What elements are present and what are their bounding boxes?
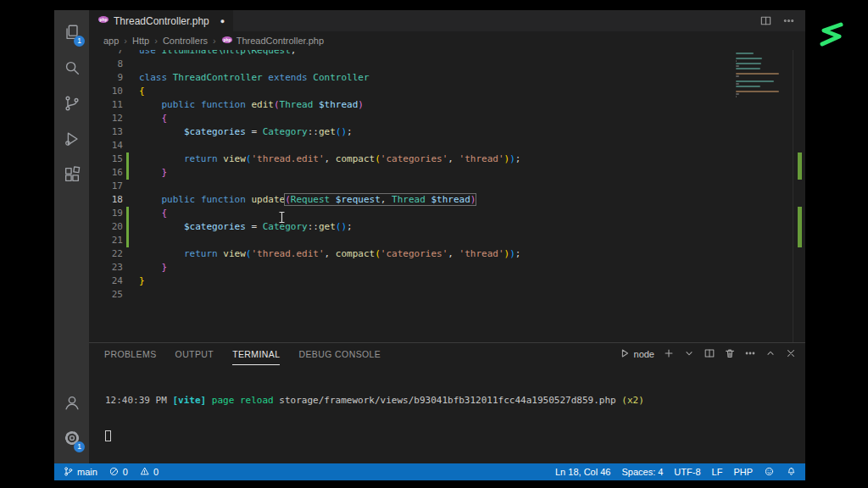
activity-search-button[interactable] [54, 51, 89, 86]
code-line[interactable]: 16 } [89, 166, 729, 180]
terminal-profile-button[interactable]: node [619, 347, 654, 362]
panel-tab-problems[interactable]: PROBLEMS [104, 343, 157, 365]
line-content: $categories = Category::get(); [139, 220, 353, 234]
play-icon [619, 347, 631, 362]
code-lines: 7use Illuminate\Http\Request;89class Thr… [89, 50, 729, 302]
status-encoding[interactable]: UTF-8 [674, 467, 700, 477]
code-line[interactable]: 23 } [89, 261, 729, 274]
status-left: main00 [63, 466, 159, 479]
source-control-icon [63, 94, 81, 115]
breadcrumb-item[interactable]: app [103, 36, 119, 46]
git-gutter [123, 139, 139, 152]
code-line[interactable]: 9class ThreadController extends Controll… [89, 71, 729, 85]
status-bar: main00 Ln 18, Col 46Spaces: 4UTF-8LFPHP [54, 463, 805, 480]
git-gutter [123, 274, 139, 288]
line-number: 11 [89, 98, 123, 112]
split-terminal-button[interactable] [704, 347, 715, 362]
line-number: 14 [89, 139, 123, 152]
terminal-profiles-dropdown-button[interactable] [683, 347, 695, 362]
status-feedback[interactable] [764, 466, 775, 479]
breadcrumb-item[interactable]: Http [132, 36, 149, 46]
code-line[interactable]: 8 [89, 58, 729, 71]
line-number: 12 [89, 112, 123, 125]
git-gutter [123, 125, 139, 139]
breadcrumb-item[interactable]: phpThreadController.php [221, 34, 324, 47]
svg-text:php: php [223, 38, 231, 42]
panel-header: PROBLEMSOUTPUTTERMINALDEBUG CONSOLE node [89, 343, 805, 365]
breadcrumb: app›Http›Controllers›phpThreadController… [89, 31, 805, 50]
line-number: 24 [89, 274, 123, 288]
activity-settings-button[interactable]: 1 [54, 421, 89, 457]
status-errors[interactable]: 0 [108, 466, 128, 479]
editor-actions-more-icon[interactable] [782, 14, 795, 27]
editor[interactable]: 7use Illuminate\Http\Request;89class Thr… [89, 50, 805, 342]
new-terminal-button[interactable] [663, 347, 675, 362]
line-content: public function edit(Thread $thread) [139, 98, 364, 112]
panel-tab-debug-console[interactable]: DEBUG CONSOLE [298, 343, 381, 365]
close-panel-button[interactable] [785, 347, 797, 362]
tab-threadcontroller[interactable]: php ThreadController.php ● [89, 10, 233, 31]
line-number: 10 [89, 85, 123, 98]
line-number: 21 [89, 234, 123, 247]
plus-icon [663, 347, 675, 362]
terminal[interactable]: 12:40:39 PM [vite] page reload storage/f… [89, 365, 805, 463]
status-warnings[interactable]: 0 [139, 466, 159, 479]
code-line[interactable]: 10{ [89, 85, 729, 98]
line-number: 13 [89, 125, 123, 139]
svg-text:php: php [100, 18, 108, 22]
git-gutter [123, 288, 139, 302]
tab-bar-actions [760, 10, 805, 31]
git-gutter [123, 220, 139, 234]
maximize-panel-button[interactable] [765, 347, 776, 362]
minimap[interactable] [736, 53, 792, 100]
code-line[interactable]: 19 { [89, 207, 729, 220]
activity-account-button[interactable] [54, 385, 89, 421]
breadcrumb-item[interactable]: Controllers [163, 36, 208, 46]
git-gutter [123, 71, 139, 85]
code-line[interactable]: 7use Illuminate\Http\Request; [89, 50, 729, 58]
activity-run-debug-button[interactable] [54, 122, 89, 158]
line-number: 8 [89, 58, 123, 71]
code-line[interactable]: 21 [89, 234, 729, 247]
line-content: class ThreadController extends Controlle… [139, 71, 370, 85]
status-branch[interactable]: main [63, 466, 97, 479]
status-notifications[interactable] [786, 466, 797, 479]
activity-explorer-button[interactable]: 1 [54, 15, 89, 51]
line-content: { [139, 85, 145, 98]
modified-dot: ● [220, 17, 225, 25]
line-content: return view('thread.edit', compact('cate… [139, 152, 520, 166]
panel-tab-terminal[interactable]: TERMINAL [232, 343, 280, 365]
code-line[interactable]: 25 [89, 288, 729, 302]
panel-more-actions-button[interactable] [744, 347, 756, 362]
status-language-mode[interactable]: PHP [733, 467, 753, 477]
php-file-icon: php [97, 14, 109, 28]
line-content: { [139, 112, 167, 125]
kill-terminal-button[interactable] [724, 347, 736, 362]
bracket-highlight: (Request $request, Thread $thread) [285, 194, 476, 205]
line-number: 23 [89, 261, 123, 274]
activity-source-control-button[interactable] [54, 86, 89, 122]
git-gutter [123, 166, 139, 180]
code-line[interactable]: 17 [89, 180, 729, 193]
activity-extensions-button[interactable] [54, 158, 89, 193]
code-line[interactable]: 13 $categories = Category::get(); [89, 125, 729, 139]
git-gutter [123, 261, 139, 274]
git-gutter [123, 112, 139, 125]
line-number: 9 [89, 71, 123, 85]
status-cursor-position[interactable]: Ln 18, Col 46 [555, 467, 610, 477]
extensions-icon [63, 165, 81, 186]
line-content: } [139, 261, 167, 274]
code-line[interactable]: 20 $categories = Category::get(); [89, 220, 729, 234]
panel-tab-output[interactable]: OUTPUT [175, 343, 214, 365]
code-line[interactable]: 22 return view('thread.edit', compact('c… [89, 247, 729, 261]
code-line[interactable]: 15 return view('thread.edit', compact('c… [89, 152, 729, 166]
status-eol[interactable]: LF [712, 467, 723, 477]
code-line[interactable]: 11 public function edit(Thread $thread) [89, 98, 729, 112]
code-line[interactable]: 14 [89, 139, 729, 152]
code-line[interactable]: 18 public function update(Request $reque… [89, 193, 729, 207]
split-editor-icon[interactable] [760, 14, 772, 27]
code-line[interactable]: 24} [89, 274, 729, 288]
code-line[interactable]: 12 { [89, 112, 729, 125]
status-indentation[interactable]: Spaces: 4 [621, 467, 663, 477]
line-content: } [139, 274, 145, 288]
